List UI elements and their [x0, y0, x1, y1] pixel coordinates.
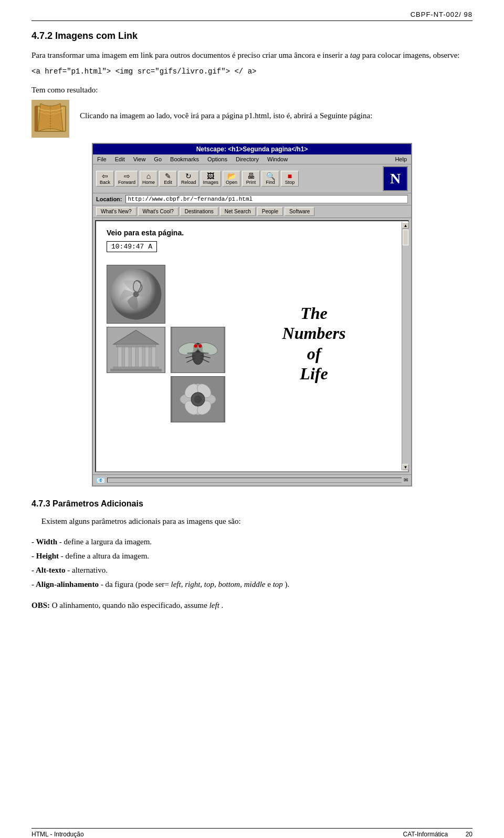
param-height-desc: - define a altura da imagem.	[61, 552, 149, 560]
menu-options[interactable]: Options	[206, 156, 228, 163]
nav-destinations-button[interactable]: Destinations	[180, 207, 218, 216]
svg-rect-9	[131, 347, 135, 367]
intro-text: Existem alguns parâmetros adicionais par…	[41, 517, 241, 525]
find-icon: 🔍	[266, 172, 275, 180]
nav-whats-cool-button[interactable]: What's Cool?	[138, 207, 178, 216]
browser-content-wrapper: Veio para esta página. 10:49:47 A	[93, 220, 411, 472]
section-473: 4.7.3 Parâmetros Adicionais Existem algu…	[32, 499, 472, 612]
location-bar: Location:	[93, 193, 411, 205]
svg-rect-11	[145, 347, 149, 367]
svg-rect-14	[111, 369, 162, 371]
param-alt-desc: - alternativo.	[67, 566, 108, 574]
page-footer: HTML - Introdução CAT-Informática 20	[32, 828, 472, 838]
svg-point-21	[198, 344, 202, 347]
code-line1: <a href="p1.html"> <img src="gifs/livro.…	[32, 67, 256, 76]
temple-image	[107, 327, 165, 373]
flower-svg	[171, 377, 225, 422]
obs-text-content: O alinhamento, quando não especificado, …	[52, 601, 209, 609]
flower-image	[171, 376, 225, 422]
menu-bookmarks[interactable]: Bookmarks	[169, 156, 200, 163]
mail-icon: ✉	[404, 477, 408, 483]
toolbar-back-button[interactable]: ⇦ Back	[96, 171, 114, 187]
edit-label: Edit	[164, 180, 172, 185]
toolbar-print-button[interactable]: 🖶 Print	[242, 171, 260, 187]
toolbar-images-button[interactable]: 🖼 Images	[201, 171, 222, 187]
numbers-text-area: TheNumbersofLife	[230, 265, 397, 422]
toolbar-edit-button[interactable]: ✎ Edit	[159, 171, 177, 187]
param-align-end: ).	[285, 580, 290, 588]
images-icon: 🖼	[207, 172, 214, 180]
forward-label: Forward	[118, 180, 135, 185]
param-height: - Height - define a altura da imagem.	[32, 549, 472, 563]
param-align-values: left, right, top, bottom, middle	[171, 580, 266, 588]
toolbar-open-button[interactable]: 📂 Open	[223, 171, 240, 187]
result-section: Tem como resultado: Clicando na imagem a…	[32, 86, 472, 138]
toolbar-reload-button[interactable]: ↻ Reload	[178, 171, 199, 187]
browser-page-title: Veio para esta página.	[107, 229, 397, 237]
browser-images-area: TheNumbersofLife	[107, 265, 397, 422]
menu-go[interactable]: Go	[153, 156, 163, 163]
nav-net-search-button[interactable]: Net Search	[220, 207, 256, 216]
menu-help[interactable]: Help	[394, 156, 408, 163]
param-alt-label: - Alt-texto	[32, 566, 66, 574]
browser-content: Veio para esta página. 10:49:47 A	[95, 220, 409, 472]
toolbar-forward-button[interactable]: ⇨ Forward	[116, 171, 138, 187]
section-472-para1: Para transformar uma imagem em link para…	[32, 49, 472, 61]
progress-bar	[107, 478, 402, 483]
obs-italic-value: left	[209, 601, 219, 609]
location-input[interactable]	[125, 195, 408, 203]
result-description: Clicando na imagem ao lado, você irá par…	[80, 111, 372, 120]
menu-directory[interactable]: Directory	[235, 156, 260, 163]
nav-software-button[interactable]: Software	[285, 207, 314, 216]
browser-status-bar: 📧 ✉	[93, 474, 411, 485]
scrollbar-up[interactable]: ▲	[402, 222, 409, 229]
reload-icon: ↻	[185, 172, 192, 180]
scrollbar-thumb[interactable]	[403, 230, 408, 245]
back-icon: ⇦	[102, 172, 108, 180]
forward-icon: ⇨	[124, 172, 130, 180]
document-id: CBPF-NT-002/ 98	[411, 11, 472, 18]
home-label: Home	[142, 180, 155, 185]
page-container: CBPF-NT-002/ 98 4.7.2 Imagens com Link P…	[0, 0, 504, 838]
nav-buttons-bar: What's New? What's Cool? Destinations Ne…	[93, 205, 411, 218]
menu-file[interactable]: File	[96, 156, 108, 163]
reload-label: Reload	[181, 180, 196, 185]
toolbar-stop-button[interactable]: ■ Stop	[281, 171, 299, 187]
menu-view[interactable]: View	[132, 156, 147, 163]
obs-label: OBS:	[32, 601, 50, 609]
toolbar-home-button[interactable]: ⌂ Home	[140, 171, 158, 187]
section-473-intro: Existem alguns parâmetros adicionais par…	[32, 515, 472, 527]
result-text-area: Clicando na imagem ao lado, você irá par…	[80, 100, 372, 122]
toolbar-find-button[interactable]: 🔍 Find	[261, 171, 279, 187]
browser-toolbar: ⇦ Back ⇨ Forward ⌂ Home ✎ Edit ↻ Reloa	[93, 164, 411, 193]
browser-menu-bar: File Edit View Go Bookmarks Options Dire…	[93, 154, 411, 164]
netscape-logo: N	[383, 166, 408, 191]
status-icon: 📧	[96, 476, 105, 484]
svg-rect-1	[35, 106, 38, 131]
section-473-heading: 4.7.3 Parâmetros Adicionais	[32, 499, 472, 509]
svg-rect-10	[138, 347, 142, 367]
scrollbar[interactable]: ▲ ▼	[402, 222, 409, 470]
page-number: 20	[466, 831, 472, 838]
shell-svg	[107, 265, 165, 323]
menu-edit[interactable]: Edit	[114, 156, 126, 163]
param-width: - Width - define a largura da imagem.	[32, 535, 472, 549]
home-icon: ⌂	[146, 172, 151, 180]
print-label: Print	[246, 180, 256, 185]
book-image	[32, 100, 69, 138]
nav-people-button[interactable]: People	[257, 207, 283, 216]
svg-rect-8	[125, 347, 129, 367]
nav-whats-new-button[interactable]: What's New?	[96, 207, 136, 216]
find-label: Find	[266, 180, 275, 185]
param-width-desc: - define a largura da imagem.	[59, 537, 152, 546]
netscape-n-letter: N	[390, 170, 401, 187]
temple-svg	[107, 327, 165, 373]
fly-image	[171, 327, 225, 373]
param-width-label: - Width	[32, 537, 57, 546]
book-svg	[33, 101, 68, 137]
scrollbar-down[interactable]: ▼	[402, 464, 409, 470]
svg-rect-7	[118, 347, 122, 367]
param-align: - Align-alinhamento - da figura (pode se…	[32, 577, 472, 592]
back-label: Back	[100, 180, 110, 185]
menu-window[interactable]: Window	[266, 156, 289, 163]
